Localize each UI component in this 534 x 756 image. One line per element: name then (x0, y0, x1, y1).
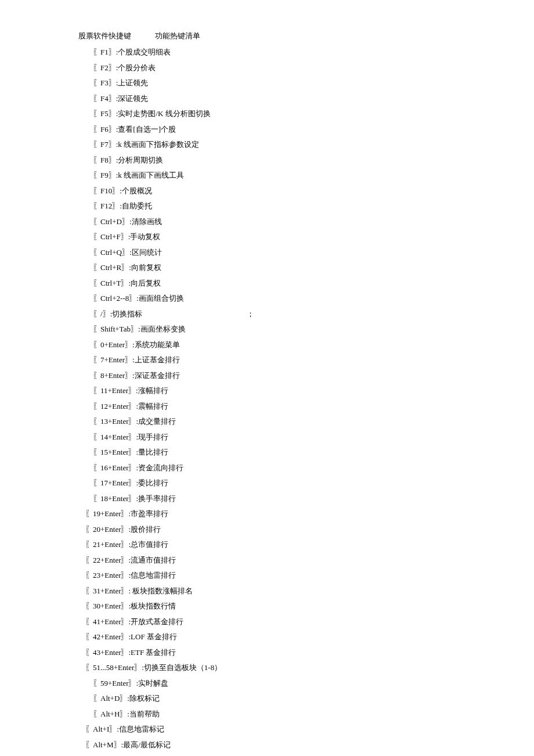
shortcut-description: :现手排行 (136, 433, 168, 441)
shortcut-description: :换手率排行 (136, 494, 176, 503)
shortcut-description: :上证基金排行 (132, 355, 180, 364)
shortcut-key: 〖19+Enter〗 (85, 509, 128, 518)
shortcut-key: 〖F10〗 (93, 186, 120, 195)
shortcut-key: 〖13+Enter〗 (93, 417, 136, 426)
shortcut-key: 〖F1〗 (93, 48, 116, 56)
shortcut-description: :自助委托 (120, 201, 152, 210)
shortcut-item: 〖Ctrl+T〗:向后复权 (93, 279, 534, 287)
shortcut-key: 〖Alt+D〗 (93, 694, 127, 703)
shortcut-description: :个股成交明细表 (116, 48, 171, 56)
shortcut-description: :量比排行 (136, 448, 168, 456)
shortcut-description: :ETF 基金排行 (128, 648, 176, 657)
shortcut-key: 〖12+Enter〗 (93, 402, 136, 411)
shortcut-item: 〖Ctrl+R〗:向前复权 (93, 264, 534, 271)
shortcut-description: :委比排行 (136, 478, 168, 487)
shortcut-item: 〖Alt+H〗:当前帮助 (93, 710, 534, 718)
shortcut-key: 〖F2〗 (93, 63, 116, 72)
shortcut-description: :总市值排行 (128, 540, 168, 549)
shortcut-item: 〖12+Enter〗:震幅排行 (93, 402, 534, 410)
shortcut-key: 〖F8〗 (93, 156, 116, 164)
shortcut-item: 〖23+Enter〗:信息地雷排行 (85, 571, 534, 579)
shortcut-item: 〖F8〗:分析周期切换 (93, 156, 534, 164)
shortcut-description: :LOF 基金排行 (128, 632, 176, 641)
shortcut-description: :涨幅排行 (136, 386, 168, 395)
shortcut-description: :资金流向排行 (136, 463, 183, 472)
shortcut-item: 〖59+Enter〗:实时解盘 (93, 679, 534, 687)
shortcut-key: 〖Ctrl+D〗 (93, 217, 129, 226)
shortcut-item: 〖14+Enter〗:现手排行 (93, 433, 534, 441)
shortcut-description: :开放式基金排行 (128, 617, 183, 626)
shortcut-item: 〖31+Enter〗: 板块指数涨幅排名 (85, 587, 534, 595)
shortcut-item: 〖F1〗:个股成交明细表 (93, 48, 534, 56)
shortcut-item: 〖43+Enter〗:ETF 基金排行 (85, 649, 534, 656)
shortcut-item: 〖F7〗:k 线画面下指标参数设定 (93, 141, 534, 148)
shortcut-item: 〖F2〗:个股分价表 (93, 64, 534, 71)
shortcut-key: 〖F9〗 (93, 171, 116, 179)
shortcut-description: :流通市值排行 (128, 556, 176, 564)
shortcut-key: 〖0+Enter〗 (93, 340, 132, 349)
shortcut-key: 〖18+Enter〗 (93, 494, 136, 503)
shortcut-list: 〖F1〗:个股成交明细表〖F2〗:个股分价表〖F3〗:上证领先〖F4〗:深证领先… (78, 48, 534, 748)
shortcut-description: :区间统计 (129, 248, 162, 257)
shortcut-description: :向前复权 (129, 263, 161, 272)
shortcut-item: 〖/〗:切换指标； (93, 310, 534, 318)
shortcut-key: 〖16+Enter〗 (93, 463, 136, 472)
shortcut-item: 〖Ctrl+F〗:手动复权 (93, 233, 534, 240)
shortcut-description: :k 线画面下指标参数设定 (116, 140, 199, 149)
shortcut-item: 〖Shift+Tab〗:画面坐标变换 (93, 325, 534, 333)
shortcut-description: :分析周期切换 (116, 156, 164, 164)
shortcut-description: :画面坐标变换 (138, 325, 186, 333)
document-subtitle: 功能热键清单 (155, 32, 200, 39)
shortcut-key: 〖31+Enter〗 (85, 586, 128, 595)
shortcut-key: 〖42+Enter〗 (85, 632, 128, 641)
shortcut-key: 〖Alt+I〗 (85, 725, 117, 733)
shortcut-item: 〖11+Enter〗:涨幅排行 (93, 387, 534, 394)
punctuation-mark: ； (247, 310, 254, 318)
shortcut-description: :除权标记 (127, 694, 160, 703)
shortcut-description: :k 线画面下画线工具 (116, 171, 184, 179)
shortcut-item: 〖F5〗:实时走势图/K 线分析图切换 (93, 110, 534, 117)
shortcut-key: 〖Ctrl+R〗 (93, 263, 129, 272)
shortcut-description: :震幅排行 (136, 402, 168, 411)
shortcut-key: 〖Shift+Tab〗 (93, 325, 138, 333)
shortcut-key: 〖30+Enter〗 (85, 602, 128, 610)
shortcut-key: 〖Ctrl+2--8〗 (93, 294, 136, 303)
shortcut-description: :查看[自选一]个股 (116, 125, 176, 134)
shortcut-description: :当前帮助 (127, 710, 160, 718)
shortcut-key: 〖/〗 (93, 309, 110, 318)
shortcut-description: :个股分价表 (116, 63, 156, 72)
shortcut-key: 〖22+Enter〗 (85, 556, 128, 564)
shortcut-key: 〖8+Enter〗 (93, 371, 132, 380)
shortcut-item: 〖30+Enter〗:板块指数行情 (85, 602, 534, 610)
shortcut-item: 〖17+Enter〗:委比排行 (93, 479, 534, 487)
shortcut-key: 〖41+Enter〗 (85, 617, 128, 626)
shortcut-item: 〖20+Enter〗:股价排行 (85, 525, 534, 533)
shortcut-description: :切换至自选板块（1-8） (142, 663, 222, 672)
shortcut-item: 〖Alt+I〗:信息地雷标记 (85, 725, 534, 733)
shortcut-key: 〖F4〗 (93, 94, 116, 103)
shortcut-key: 〖20+Enter〗 (85, 525, 128, 534)
shortcut-key: 〖Ctrl+T〗 (93, 279, 129, 287)
shortcut-item: 〖F10〗:个股概况 (93, 187, 534, 195)
shortcut-description: :手动复权 (128, 232, 161, 241)
shortcut-key: 〖F5〗 (93, 109, 116, 118)
shortcut-description: :板块指数行情 (128, 602, 176, 610)
shortcut-item: 〖51...58+Enter〗:切换至自选板块（1-8） (85, 664, 534, 671)
shortcut-description: :上证领先 (116, 78, 149, 87)
shortcut-description: :信息地雷排行 (128, 571, 176, 579)
shortcut-item: 〖41+Enter〗:开放式基金排行 (85, 618, 534, 625)
shortcut-description: :成交量排行 (136, 417, 176, 426)
shortcut-key: 〖15+Enter〗 (93, 448, 136, 456)
shortcut-description: :深证基金排行 (132, 371, 180, 380)
shortcut-description: :切换指标 (110, 309, 143, 318)
shortcut-item: 〖Alt+D〗:除权标记 (93, 694, 534, 702)
shortcut-item: 〖F3〗:上证领先 (93, 79, 534, 87)
shortcut-item: 〖Ctrl+Q〗:区间统计 (93, 249, 534, 256)
shortcut-item: 〖Alt+M〗:最高/最低标记 (85, 741, 534, 748)
shortcut-key: 〖23+Enter〗 (85, 571, 128, 579)
shortcut-key: 〖F3〗 (93, 78, 116, 87)
shortcut-description: :市盈率排行 (128, 509, 168, 518)
shortcut-item: 〖F6〗:查看[自选一]个股 (93, 125, 534, 133)
shortcut-item: 〖F9〗:k 线画面下画线工具 (93, 171, 534, 179)
shortcut-description: :实时走势图/K 线分析图切换 (116, 109, 211, 118)
